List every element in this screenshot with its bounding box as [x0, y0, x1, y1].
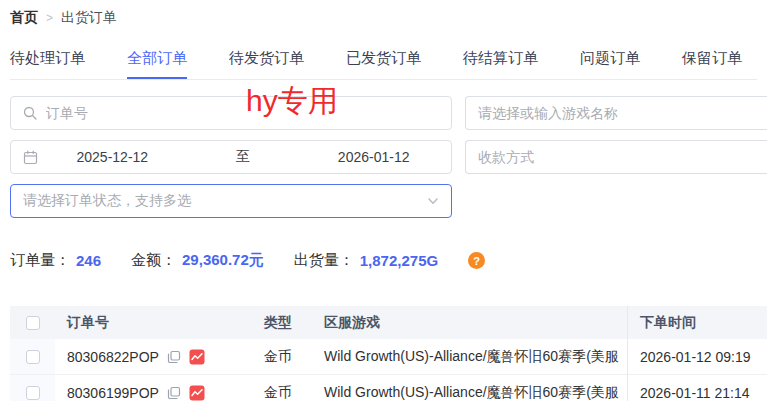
date-range-separator: 至 — [178, 148, 309, 166]
header-type: 类型 — [252, 306, 312, 339]
tab-shipped-orders[interactable]: 已发货订单 — [346, 49, 421, 79]
row-checkbox-cell — [10, 339, 55, 375]
order-no-text: 80306199POP — [67, 385, 159, 401]
amount-label: 金额： — [131, 251, 176, 270]
order-no-cell: 80306199POP — [55, 375, 252, 401]
tab-to-settle-orders[interactable]: 待结算订单 — [463, 49, 538, 79]
order-no-text: 80306822POP — [67, 349, 159, 365]
orders-table: 订单号 类型 区服游戏 下单时间 80306822POP — [10, 306, 767, 401]
game-name-input[interactable] — [478, 97, 755, 129]
breadcrumb: 首页 > 出货订单 — [0, 0, 767, 27]
game-cell: Wild Growth(US)-Alliance/魔兽怀旧60赛季(美服 — [312, 339, 627, 375]
tab-problem-orders[interactable]: 问题订单 — [580, 49, 640, 79]
order-count-label: 订单量： — [10, 251, 70, 270]
search-icon — [23, 106, 37, 120]
price-trend-icon[interactable] — [189, 385, 205, 401]
order-number-field[interactable] — [10, 96, 452, 130]
breadcrumb-current: 出货订单 — [61, 9, 117, 27]
payment-method-field[interactable] — [465, 140, 767, 174]
order-count-stat: 订单量： 246 — [10, 251, 101, 270]
order-tabs: 待处理订单 全部订单 待发货订单 已发货订单 待结算订单 问题订单 保留订单 — [10, 49, 757, 80]
tab-to-ship-orders[interactable]: 待发货订单 — [229, 49, 304, 79]
price-trend-icon[interactable] — [189, 349, 205, 365]
copy-icon[interactable] — [167, 386, 181, 400]
volume-stat: 出货量： 1,872,275G — [294, 251, 438, 270]
row-checkbox-cell — [10, 375, 55, 401]
payment-method-input[interactable] — [478, 141, 755, 173]
shipping-orders-page: 首页 > 出货订单 待处理订单 全部订单 待发货订单 已发货订单 待结算订单 问… — [0, 0, 767, 401]
date-start-value[interactable]: 2025-12-12 — [47, 149, 178, 165]
table-row: 80306822POP 金币 Wild Growth(US)-Alliance/… — [10, 339, 767, 375]
header-time: 下单时间 — [627, 306, 767, 339]
order-status-select[interactable]: 请选择订单状态，支持多选 — [10, 184, 452, 218]
order-count-value: 246 — [76, 252, 101, 269]
tab-pending-orders[interactable]: 待处理订单 — [10, 49, 85, 79]
order-status-placeholder: 请选择订单状态，支持多选 — [23, 192, 191, 210]
volume-value: 1,872,275G — [360, 252, 438, 269]
row-checkbox[interactable] — [26, 386, 40, 400]
header-checkbox-cell — [10, 306, 55, 339]
amount-stat: 金额： 29,360.72元 — [131, 251, 264, 270]
calendar-icon — [23, 150, 38, 165]
breadcrumb-home-link[interactable]: 首页 — [10, 9, 38, 27]
volume-label: 出货量： — [294, 251, 354, 270]
game-name-field[interactable] — [465, 96, 767, 130]
breadcrumb-separator-icon: > — [46, 11, 53, 25]
tab-reserved-orders[interactable]: 保留订单 — [682, 49, 742, 79]
amount-value: 29,360.72元 — [182, 251, 264, 270]
tab-all-orders[interactable]: 全部订单 — [127, 49, 187, 79]
time-cell: 2026-01-12 09:19 — [627, 339, 767, 375]
header-game: 区服游戏 — [312, 306, 627, 339]
table-row: 80306199POP 金币 Wild Growth(US)-Alliance/… — [10, 375, 767, 401]
order-number-input[interactable] — [46, 97, 439, 129]
row-checkbox[interactable] — [26, 350, 40, 364]
time-cell: 2026-01-11 21:14 — [627, 375, 767, 401]
copy-icon[interactable] — [167, 350, 181, 364]
help-question-icon[interactable]: ? — [468, 252, 485, 269]
table-body: 80306822POP 金币 Wild Growth(US)-Alliance/… — [10, 339, 767, 401]
select-all-checkbox[interactable] — [26, 316, 40, 330]
chevron-down-icon — [427, 195, 439, 207]
table-header-row: 订单号 类型 区服游戏 下单时间 — [10, 306, 767, 339]
date-end-value[interactable]: 2026-01-12 — [308, 149, 439, 165]
filter-panel: 2025-12-12 至 2026-01-12 请选择订单状态，支持多选 hy专… — [10, 96, 767, 218]
date-range-picker[interactable]: 2025-12-12 至 2026-01-12 — [10, 140, 452, 174]
header-order-no: 订单号 — [55, 306, 252, 339]
order-no-cell: 80306822POP — [55, 339, 252, 375]
type-cell: 金币 — [252, 339, 312, 375]
type-cell: 金币 — [252, 375, 312, 401]
game-cell: Wild Growth(US)-Alliance/魔兽怀旧60赛季(美服 — [312, 375, 627, 401]
summary-bar: 订单量： 246 金额： 29,360.72元 出货量： 1,872,275G … — [10, 251, 767, 270]
